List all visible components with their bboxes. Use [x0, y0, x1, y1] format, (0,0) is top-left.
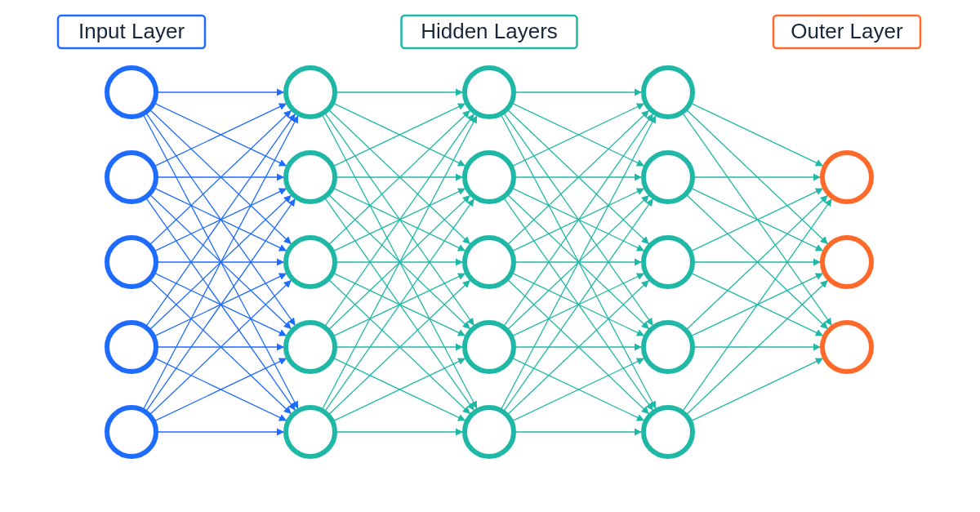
- input-node-1: [107, 153, 156, 202]
- hidden3-node-1: [644, 153, 693, 202]
- output-label: Outer Layer: [773, 16, 920, 48]
- edge: [683, 199, 832, 412]
- hidden-label: Hidden Layers: [402, 16, 577, 48]
- hidden1-node-2: [286, 238, 335, 287]
- edge: [691, 103, 823, 166]
- hidden3-node-3: [644, 323, 693, 372]
- hidden1-node-1: [286, 153, 335, 202]
- output-node-2: [822, 323, 871, 372]
- edge: [504, 114, 653, 327]
- edge: [512, 358, 644, 421]
- hidden3-node-2: [644, 238, 693, 287]
- hidden2-node-3: [465, 323, 514, 372]
- output-label-text: Outer Layer: [791, 19, 903, 43]
- neural-network-diagram: Input LayerHidden LayersOuter Layer: [0, 0, 980, 512]
- input-node-2: [107, 238, 156, 287]
- edge: [507, 194, 648, 328]
- edge: [333, 104, 466, 167]
- edge: [504, 199, 653, 412]
- edge: [512, 104, 644, 167]
- hidden1-node-3: [286, 323, 335, 372]
- input-label: Input Layer: [58, 16, 205, 48]
- input-node-4: [107, 407, 156, 456]
- edge: [328, 194, 470, 328]
- edge: [686, 281, 827, 415]
- hidden2-node-4: [465, 407, 514, 456]
- edge: [149, 111, 291, 245]
- edge: [507, 281, 648, 415]
- edge: [686, 109, 827, 243]
- output-node-1: [822, 238, 871, 287]
- hidden3-node-4: [644, 407, 693, 456]
- edge: [686, 194, 827, 328]
- edge: [154, 104, 287, 167]
- edge: [507, 279, 648, 413]
- output-node-0: [822, 153, 871, 202]
- edge: [328, 279, 470, 413]
- hidden3-node-0: [644, 68, 693, 117]
- edge: [149, 281, 291, 415]
- edge: [146, 199, 296, 412]
- input-label-text: Input Layer: [78, 19, 185, 43]
- edge: [325, 199, 474, 412]
- edge: [686, 196, 827, 330]
- input-node-0: [107, 68, 156, 117]
- edge: [691, 358, 823, 421]
- hidden1-node-0: [286, 68, 335, 117]
- edge: [328, 111, 470, 245]
- hidden1-node-4: [286, 407, 335, 456]
- edge: [325, 114, 474, 327]
- edge: [333, 358, 466, 421]
- edge: [328, 281, 470, 415]
- edge: [154, 358, 287, 421]
- edge: [149, 279, 291, 413]
- hidden-label-text: Hidden Layers: [421, 19, 558, 43]
- edge: [149, 194, 291, 328]
- edge: [507, 109, 648, 243]
- labels-group: Input LayerHidden LayersOuter Layer: [58, 16, 920, 48]
- input-node-3: [107, 323, 156, 372]
- hidden2-node-1: [465, 153, 514, 202]
- hidden2-node-0: [465, 68, 514, 117]
- edge: [507, 111, 648, 245]
- edge: [328, 109, 470, 243]
- hidden2-node-2: [465, 238, 514, 287]
- edge: [146, 114, 296, 327]
- edge: [149, 109, 291, 243]
